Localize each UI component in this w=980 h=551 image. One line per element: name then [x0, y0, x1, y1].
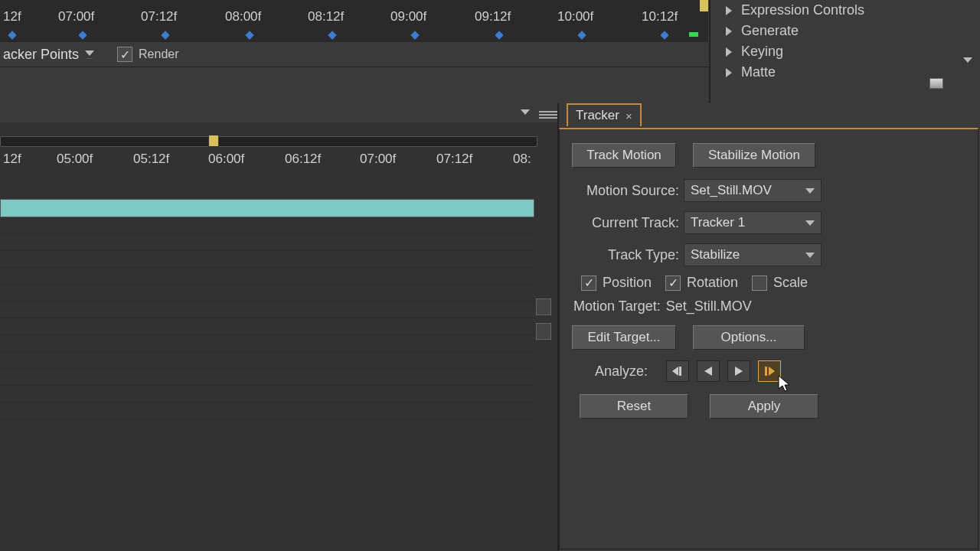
- keyframe-icon[interactable]: [161, 31, 169, 39]
- time-mark: 07:00f: [360, 152, 396, 167]
- dropdown-icon[interactable]: [85, 51, 94, 59]
- graph-tool-icon[interactable]: [536, 323, 551, 340]
- expand-icon: [726, 68, 732, 77]
- scroll-down-icon[interactable]: [963, 57, 972, 63]
- time-mark: 12f: [3, 9, 21, 24]
- lower-time-ruler[interactable]: 12f 05:00f 05:12f 06:00f 06:12f 07:00f 0…: [0, 152, 537, 170]
- options-button[interactable]: Options...: [693, 325, 805, 350]
- tracker-points-bar: acker Points ✓ Render: [0, 42, 708, 67]
- analyze-forward-button[interactable]: [727, 360, 750, 382]
- effect-item-expression-controls[interactable]: Expression Controls: [712, 0, 980, 21]
- edit-target-button[interactable]: Edit Target...: [572, 325, 676, 350]
- keyframe-icon[interactable]: [78, 31, 87, 39]
- tab-label: Tracker: [576, 108, 619, 123]
- keyframe-icon[interactable]: [328, 31, 336, 39]
- expand-icon: [726, 47, 732, 57]
- motion-target-value: Set_Still.MOV: [666, 298, 752, 314]
- effect-item-keying[interactable]: Keying: [712, 41, 980, 62]
- time-mark: 09:12f: [475, 9, 511, 24]
- time-mark: 10:12f: [642, 9, 678, 24]
- keyframe-icon[interactable]: [577, 31, 586, 39]
- stabilize-motion-button[interactable]: Stabilize Motion: [693, 143, 815, 168]
- render-label: Render: [139, 47, 178, 61]
- expand-icon: [726, 6, 732, 15]
- position-checkbox[interactable]: ✓: [581, 276, 596, 291]
- render-checkbox[interactable]: ✓: [117, 47, 132, 62]
- playhead-handle[interactable]: [208, 135, 219, 147]
- keyframe-track[interactable]: [0, 34, 698, 38]
- dropdown-icon: [805, 188, 815, 194]
- time-mark: 09:00f: [390, 9, 426, 24]
- dropdown-icon: [805, 220, 815, 226]
- lower-timeline[interactable]: 12f 05:00f 05:12f 06:00f 06:12f 07:00f 0…: [0, 122, 559, 551]
- snap-tool-icon[interactable]: [536, 298, 551, 315]
- time-mark: 05:00f: [57, 152, 93, 167]
- layer-clip[interactable]: [0, 199, 534, 217]
- time-mark: 10:00f: [557, 9, 593, 24]
- expand-icon: [726, 27, 732, 36]
- keyframe-icon[interactable]: [495, 31, 503, 39]
- keyframe-icon[interactable]: [410, 31, 419, 39]
- keyframe-icon[interactable]: [8, 31, 16, 39]
- track-type-select[interactable]: Stabilize: [684, 243, 822, 266]
- track-motion-button[interactable]: Track Motion: [572, 143, 676, 168]
- keyframe-icon[interactable]: [245, 31, 253, 39]
- effects-list: Expression Controls Generate Keying Matt…: [712, 0, 980, 80]
- effect-item-generate[interactable]: Generate: [712, 21, 980, 41]
- rotation-label: Rotation: [687, 275, 738, 291]
- analyze-backward-button[interactable]: [697, 360, 720, 382]
- reset-button[interactable]: Reset: [580, 394, 688, 419]
- track-type-label: Track Type:: [572, 247, 679, 263]
- layer-rows: [0, 217, 534, 432]
- tracker-tab[interactable]: Tracker ×: [567, 103, 642, 126]
- svg-rect-1: [765, 367, 767, 376]
- dropdown-icon: [805, 253, 815, 258]
- apply-button[interactable]: Apply: [710, 394, 818, 419]
- position-label: Position: [603, 275, 652, 291]
- close-icon[interactable]: ×: [626, 109, 632, 122]
- time-mark: 05:12f: [133, 152, 169, 167]
- zoom-scrollbar[interactable]: [0, 136, 537, 147]
- analyze-step-back-button[interactable]: [666, 360, 689, 382]
- svg-rect-0: [679, 367, 681, 376]
- tracker-panel: Tracker × Track Motion Stabilize Motion …: [559, 103, 980, 551]
- time-mark: 07:12f: [141, 9, 177, 24]
- tracker-points-dropdown[interactable]: acker Points: [3, 47, 79, 63]
- position-checkbox-row: ✓ Position: [581, 275, 652, 291]
- rotation-checkbox[interactable]: ✓: [665, 276, 681, 291]
- scale-checkbox[interactable]: [752, 276, 767, 291]
- motion-target-label: Motion Target:: [573, 298, 661, 314]
- time-mark: 08:00f: [225, 9, 261, 24]
- time-mark: 12f: [3, 152, 21, 167]
- rotation-checkbox-row: ✓ Rotation: [665, 275, 738, 291]
- keyframe-icon[interactable]: [660, 31, 668, 39]
- time-mark: 07:12f: [436, 152, 472, 167]
- time-mark: 07:00f: [58, 9, 94, 24]
- time-mark: 08:12f: [308, 9, 344, 24]
- current-track-label: Current Track:: [572, 215, 679, 231]
- upper-time-ruler[interactable]: 12f 07:00f 07:12f 08:00f 08:12f 09:00f 0…: [0, 9, 708, 32]
- time-mark: 06:12f: [285, 152, 321, 167]
- panel-resize-icon[interactable]: [929, 78, 943, 89]
- current-track-select[interactable]: Tracker 1: [684, 211, 822, 234]
- time-mark: 08:: [513, 152, 531, 167]
- scale-checkbox-row: Scale: [752, 275, 808, 291]
- out-point-icon[interactable]: [689, 32, 698, 37]
- time-mark: 06:00f: [208, 152, 244, 167]
- motion-source-label: Motion Source:: [572, 183, 679, 199]
- motion-source-select[interactable]: Set_Still.MOV: [684, 179, 822, 202]
- analyze-step-forward-button[interactable]: [758, 360, 781, 382]
- dropdown-icon[interactable]: [521, 109, 530, 115]
- analyze-label: Analyze:: [595, 364, 648, 380]
- scale-label: Scale: [773, 275, 808, 291]
